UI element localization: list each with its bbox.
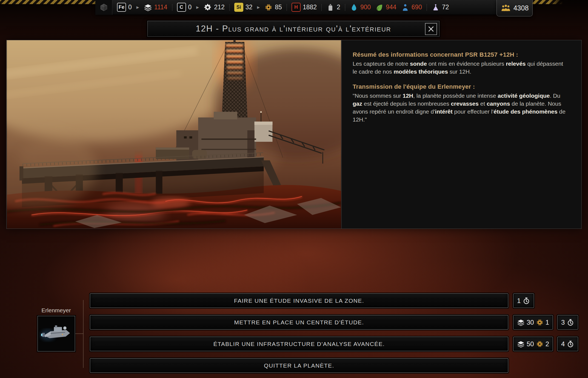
- resource-flask: 72: [432, 3, 449, 11]
- info-heading: Transmission de l'équipe du Erlenmeyer :: [353, 83, 569, 90]
- resource-leaf: 944: [375, 3, 396, 11]
- cost-value: 2: [546, 340, 549, 348]
- body-text: est éjecté depuis les nombreuses: [362, 100, 451, 107]
- ship-image: [39, 317, 74, 350]
- hazard-stripe-right: [533, 0, 563, 4]
- highlight-term: canyons: [487, 100, 510, 107]
- chip-icon: [536, 319, 544, 326]
- element-si-icon: Si: [234, 3, 243, 12]
- resource-chip: 85: [264, 3, 282, 11]
- resource-person: 690: [401, 3, 422, 11]
- option-label: FAIRE UNE ÉTUDE INVASIVE DE LA ZONE.: [234, 298, 364, 304]
- info-section-1: Résumé des informations concernant PSR B…: [353, 51, 569, 76]
- resource-value: 0: [188, 4, 192, 11]
- option-costs: 5024: [513, 337, 578, 351]
- ship-name: Erlenmeyer: [29, 307, 84, 314]
- canister-icon: [326, 3, 335, 11]
- resource-value: 212: [214, 4, 224, 11]
- body-text: , la planète possède une intense: [413, 93, 498, 99]
- option-costs: 1: [513, 293, 534, 308]
- resource-divider: [345, 4, 345, 11]
- gear-icon: [204, 3, 212, 11]
- element-fe-icon: Fe: [117, 3, 126, 12]
- chip-icon: [536, 340, 544, 348]
- chip-icon: [264, 3, 273, 11]
- population-value: 4308: [513, 4, 529, 12]
- info-section-2: Transmission de l'équipe du Erlenmeyer :…: [353, 83, 569, 123]
- highlight-term: crevasses: [451, 100, 479, 107]
- option-button-3[interactable]: ÉTABLIR UNE INFRASTRUCTURE D'ANALYSE AVA…: [90, 337, 508, 351]
- person-icon: [401, 3, 409, 11]
- resource-value: 32: [246, 4, 253, 11]
- body-text: Les capteurs de notre: [353, 60, 410, 67]
- info-paragraph: "Nous sommes sur 12H, la planète possède…: [353, 92, 569, 123]
- arrow-right-icon: ▶: [257, 5, 260, 9]
- flask-icon: [432, 3, 440, 11]
- resource-canister: 2: [326, 3, 340, 11]
- resource-value: 1882: [303, 4, 317, 11]
- option-row-2: METTRE EN PLACE UN CENTRE D'ÉTUDE.3013: [90, 315, 583, 330]
- resource-cube: [95, 0, 112, 15]
- resource-value: 690: [412, 4, 422, 11]
- resource-value: 72: [442, 4, 449, 11]
- resource-bar: Fe0▶1114C0▶212Si32▶85H1882290094469072: [95, 0, 496, 15]
- resource-element-fe: Fe0: [117, 3, 132, 12]
- event-illustration-frame: [7, 40, 342, 229]
- element-h-icon: H: [292, 3, 301, 12]
- body-text: . Du: [550, 93, 560, 99]
- option-label: ÉTABLIR UNE INFRASTRUCTURE D'ANALYSE AVA…: [213, 341, 385, 347]
- highlight-term: activité géologique: [498, 93, 550, 99]
- resource-value: 944: [386, 4, 396, 11]
- info-paragraph: Les capteurs de notre sonde ont mis en é…: [353, 60, 569, 76]
- info-panel: Résumé des informations concernant PSR B…: [342, 40, 581, 229]
- resource-sheets: 1114: [144, 3, 167, 11]
- body-text: ont mis en évidence plusieurs: [427, 60, 506, 67]
- sheets-icon: [517, 319, 525, 326]
- resource-element-h: H1882: [292, 3, 317, 12]
- resource-value: 0: [128, 4, 132, 11]
- option-button-4[interactable]: QUITTER LA PLANÈTE.: [90, 358, 508, 373]
- option-row-1: FAIRE UNE ÉTUDE INVASIVE DE LA ZONE.1: [90, 293, 583, 308]
- highlight-term: 12H: [403, 93, 413, 99]
- cost-value: 1: [546, 319, 549, 326]
- highlight-term: étude des phénomènes: [493, 108, 557, 115]
- ship-portrait: [38, 316, 75, 351]
- build-cost-box: 301: [513, 315, 553, 330]
- option-label: METTRE EN PLACE UN CENTRE D'ÉTUDE.: [234, 319, 364, 326]
- resource-gear: 212: [204, 3, 224, 11]
- resource-droplet: 900: [350, 3, 371, 11]
- resource-element-c: C0: [177, 3, 192, 12]
- event-title-bar: 12H - Plus grand à l'intérieur qu'à l'ex…: [147, 21, 439, 37]
- resource-value: 900: [360, 4, 371, 11]
- highlight-term: relevés: [506, 60, 526, 67]
- highlight-term: sonde: [410, 60, 427, 67]
- highlight-term: modèles théoriques: [393, 68, 448, 75]
- event-options: FAIRE UNE ÉTUDE INVASIVE DE LA ZONE.1MET…: [90, 293, 583, 378]
- resource-divider: [321, 4, 322, 11]
- build-cost-box: 502: [513, 337, 553, 351]
- clock-icon: [567, 319, 574, 326]
- cost-value: 30: [527, 319, 534, 326]
- arrow-right-icon: ▶: [196, 5, 199, 9]
- time-cost-box: 1: [513, 293, 534, 308]
- resource-divider: [287, 4, 287, 11]
- option-button-2[interactable]: METTRE EN PLACE UN CENTRE D'ÉTUDE.: [90, 315, 508, 330]
- hazard-stripe-left: [0, 0, 95, 4]
- leaf-icon: [375, 3, 384, 11]
- sheets-icon: [144, 3, 152, 11]
- element-c-icon: C: [177, 3, 186, 12]
- resource-divider: [427, 4, 427, 11]
- resource-value: 1114: [154, 4, 167, 11]
- resource-value: 2: [337, 4, 340, 11]
- option-button-1[interactable]: FAIRE UNE ÉTUDE INVASIVE DE LA ZONE.: [90, 293, 508, 308]
- droplet-icon: [350, 3, 358, 11]
- body-text: sur 12H.: [448, 68, 471, 75]
- event-title: 12H - Plus grand à l'intérieur qu'à l'ex…: [148, 24, 439, 34]
- time-cost-box: 3: [557, 315, 578, 330]
- cost-value: 50: [527, 340, 534, 348]
- body-text: "Nous sommes sur: [353, 93, 403, 99]
- resource-divider: [172, 4, 172, 11]
- event-illustration: [7, 40, 341, 229]
- close-button[interactable]: [425, 23, 437, 35]
- option-row-4: QUITTER LA PLANÈTE.: [90, 358, 583, 373]
